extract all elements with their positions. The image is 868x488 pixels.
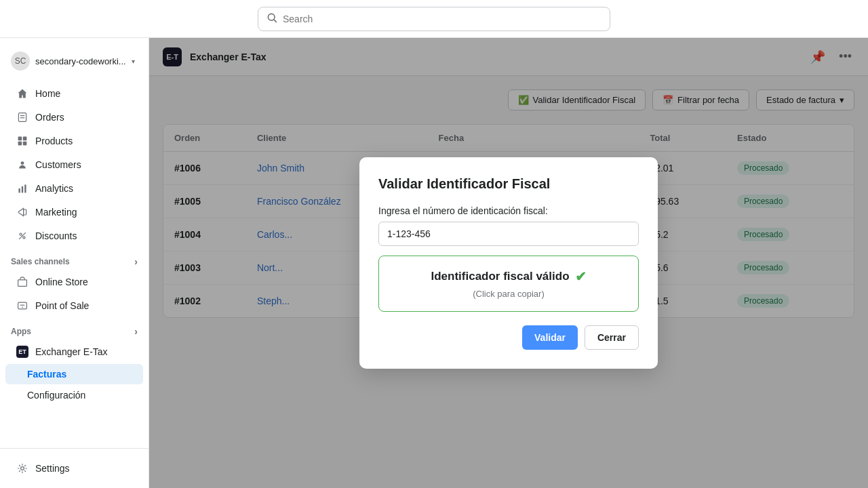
modal-success-box[interactable]: Identificador fiscal válido ✔ (Click par…	[378, 256, 639, 312]
svg-rect-11	[22, 186, 23, 193]
sidebar-item-pos-label: Point of Sale	[35, 300, 89, 311]
sidebar-item-configuracion-label: Configuración	[27, 390, 85, 401]
products-icon	[16, 135, 28, 147]
pos-icon	[16, 300, 28, 312]
search-input[interactable]	[283, 14, 601, 24]
modal-title: Validar Identificador Fiscal	[378, 176, 639, 192]
expand-icon[interactable]: ›	[134, 256, 138, 267]
svg-point-9	[21, 161, 24, 165]
sidebar-item-facturas-label: Facturas	[27, 369, 66, 380]
account-selector[interactable]: SC secondary-codeworki... ▾	[0, 46, 149, 81]
svg-rect-17	[18, 280, 27, 287]
topbar	[0, 0, 868, 38]
account-label: secondary-codeworki...	[35, 56, 126, 66]
main-content: E-T Exchanger E-Tax 📌 ••• ✅ Validar Iden…	[149, 38, 868, 488]
svg-point-15	[23, 237, 25, 239]
modal-success-sub: (Click para copiar)	[473, 289, 544, 299]
sidebar-item-home[interactable]: Home	[5, 82, 143, 105]
modal-input-label: Ingresa el número de identicación fiscal…	[378, 205, 639, 216]
sales-channels-section: Sales channels ›	[0, 248, 149, 270]
sidebar-item-exchanger-label: Exchanger E-Tax	[35, 346, 108, 357]
sidebar-item-analytics[interactable]: Analytics	[5, 177, 143, 200]
sidebar-item-customers-label: Customers	[35, 159, 81, 170]
modal-overlay: Validar Identificador Fiscal Ingresa el …	[149, 38, 868, 488]
svg-rect-7	[18, 142, 22, 146]
sidebar-item-online-store[interactable]: Online Store	[5, 270, 143, 293]
modal-success-text: Identificador fiscal válido ✔	[431, 268, 586, 285]
online-store-icon	[16, 276, 28, 288]
svg-rect-13	[24, 209, 26, 215]
sidebar-item-configuracion[interactable]: Configuración	[5, 385, 143, 405]
sidebar-item-customers[interactable]: Customers	[5, 153, 143, 176]
modal-footer: Validar Cerrar	[378, 325, 639, 350]
apps-section: Apps ›	[0, 318, 149, 340]
sidebar: SC secondary-codeworki... ▾ Home Orders	[0, 38, 149, 488]
sidebar-footer: Settings	[0, 448, 149, 480]
svg-rect-8	[23, 142, 27, 146]
sidebar-item-orders[interactable]: Orders	[5, 106, 143, 129]
sidebar-item-home-label: Home	[35, 88, 60, 99]
analytics-icon	[16, 182, 28, 195]
sidebar-item-discounts[interactable]: Discounts	[5, 224, 143, 247]
customers-icon	[16, 159, 28, 171]
sidebar-item-products-label: Products	[35, 136, 73, 146]
sidebar-item-exchanger[interactable]: ET Exchanger E-Tax	[5, 340, 143, 363]
sidebar-item-products[interactable]: Products	[5, 129, 143, 152]
sidebar-item-analytics-label: Analytics	[35, 183, 73, 194]
sidebar-item-orders-label: Orders	[35, 112, 64, 123]
sidebar-item-facturas[interactable]: Facturas	[5, 364, 143, 384]
svg-rect-5	[18, 137, 22, 141]
modal-validate-fiscal: Validar Identificador Fiscal Ingresa el …	[359, 157, 658, 369]
svg-rect-12	[24, 184, 26, 192]
settings-label: Settings	[35, 463, 70, 474]
svg-rect-6	[23, 137, 27, 141]
sidebar-item-point-of-sale[interactable]: Point of Sale	[5, 294, 143, 317]
svg-point-14	[20, 233, 22, 235]
orders-icon	[16, 111, 28, 123]
sidebar-item-marketing[interactable]: Marketing	[5, 201, 143, 224]
check-icon: ✔	[575, 268, 587, 285]
discounts-icon	[16, 230, 28, 242]
marketing-icon	[16, 206, 28, 218]
search-icon	[267, 12, 277, 26]
sidebar-nav: Home Orders Products Custo	[0, 81, 149, 448]
sidebar-item-online-store-label: Online Store	[35, 277, 88, 287]
modal-validate-button[interactable]: Validar	[522, 325, 578, 350]
svg-point-21	[21, 467, 24, 470]
exchanger-icon: ET	[16, 346, 28, 358]
svg-line-1	[274, 19, 277, 22]
svg-rect-18	[18, 302, 27, 309]
chevron-down-icon: ▾	[132, 58, 135, 65]
svg-rect-10	[18, 188, 20, 192]
apps-expand-icon[interactable]: ›	[134, 326, 138, 337]
sidebar-item-discounts-label: Discounts	[35, 230, 77, 241]
search-bar[interactable]	[258, 7, 610, 31]
sidebar-item-settings[interactable]: Settings	[5, 457, 143, 480]
sidebar-item-marketing-label: Marketing	[35, 207, 77, 218]
svg-rect-2	[18, 113, 26, 122]
modal-close-button[interactable]: Cerrar	[585, 325, 639, 350]
fiscal-id-input[interactable]	[378, 222, 639, 246]
settings-icon	[16, 462, 28, 474]
home-icon	[16, 87, 28, 100]
